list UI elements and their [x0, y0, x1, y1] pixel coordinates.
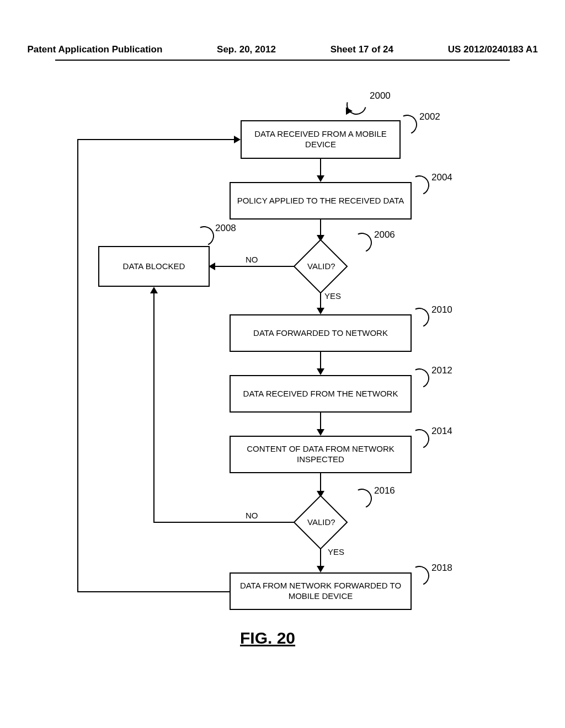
- ref-2012: 2012: [431, 365, 452, 376]
- box-data-forwarded-network: DATA FORWARDED TO NETWORK: [230, 314, 412, 352]
- arrow-head-2016-no: [150, 287, 158, 293]
- box-2004-text: POLICY APPLIED TO THE RECEIVED DATA: [237, 196, 404, 206]
- loop-back-h2: [77, 139, 235, 140]
- arrow-2006-no: [214, 266, 295, 267]
- arrow-2012-2014: [320, 413, 321, 430]
- box-2002-text: DATA RECEIVED FROM A MOBILE DEVICE: [245, 129, 396, 150]
- box-2010-text: DATA FORWARDED TO NETWORK: [253, 328, 388, 339]
- box-data-blocked: DATA BLOCKED: [98, 246, 210, 287]
- decision-valid-1: [294, 239, 348, 294]
- label-no-1: NO: [246, 255, 258, 264]
- ref-2016: 2016: [374, 485, 395, 496]
- doc-num: US 2012/0240183 A1: [448, 44, 538, 55]
- header-rule: [55, 60, 510, 61]
- arrow-head-loop: [234, 136, 241, 143]
- box-data-received-network: DATA RECEIVED FROM THE NETWORK: [230, 375, 412, 413]
- arrow-2016-no-v: [153, 292, 154, 523]
- box-data-forwarded-mobile: DATA FROM NETWORK FORWARDED TO MOBILE DE…: [230, 572, 412, 610]
- page-header: Patent Application Publication Sep. 20, …: [0, 44, 565, 55]
- flowchart-diagram: 2000 DATA RECEIVED FROM A MOBILE DEVICE …: [0, 88, 565, 640]
- pub-type: Patent Application Publication: [27, 44, 162, 55]
- decision-valid-2: [294, 495, 348, 550]
- loop-back-h1: [77, 591, 230, 592]
- pub-date: Sep. 20, 2012: [217, 44, 276, 55]
- arrow-head-2002-2004: [317, 175, 324, 182]
- box-2014-text: CONTENT OF DATA FROM NETWORK INSPECTED: [234, 444, 407, 465]
- arrow-head-2010-2012: [317, 368, 324, 375]
- arrow-2002-2004: [320, 159, 321, 176]
- arrow-head-2006-yes: [317, 308, 324, 314]
- label-no-2: NO: [246, 511, 258, 520]
- box-2018-text: DATA FROM NETWORK FORWARDED TO MOBILE DE…: [234, 581, 407, 602]
- box-content-inspected: CONTENT OF DATA FROM NETWORK INSPECTED: [230, 436, 412, 473]
- box-2012-text: DATA RECEIVED FROM THE NETWORK: [243, 389, 398, 399]
- arrow-head-2016-yes: [317, 566, 324, 572]
- ref-2008: 2008: [215, 223, 236, 234]
- box-data-received-mobile: DATA RECEIVED FROM A MOBILE DEVICE: [241, 120, 401, 159]
- arrow-2016-no-h: [153, 522, 295, 523]
- ref-2010: 2010: [431, 304, 452, 315]
- ref-2014: 2014: [431, 426, 452, 437]
- ref-2018: 2018: [431, 563, 452, 574]
- box-policy-applied: POLICY APPLIED TO THE RECEIVED DATA: [230, 182, 412, 220]
- ref-2006: 2006: [374, 229, 395, 240]
- label-yes-2: YES: [328, 547, 344, 556]
- loop-back-v: [77, 139, 78, 592]
- ref-2004: 2004: [431, 172, 452, 183]
- arrow-2016-yes: [320, 548, 321, 568]
- leader-2008: [191, 223, 217, 249]
- ref-2000: 2000: [370, 90, 391, 101]
- arrow-head-2012-2014: [317, 429, 324, 436]
- figure-title: FIG. 20: [240, 629, 295, 647]
- sheet-num: Sheet 17 of 24: [331, 44, 393, 55]
- leader-2016: [349, 486, 375, 511]
- box-2008-text: DATA BLOCKED: [123, 261, 185, 272]
- leader-2006: [349, 230, 375, 255]
- arrow-2010-2012: [320, 352, 321, 370]
- label-yes-1: YES: [324, 291, 341, 301]
- arrow-2014-2016: [320, 473, 321, 493]
- ref-2002: 2002: [419, 111, 440, 122]
